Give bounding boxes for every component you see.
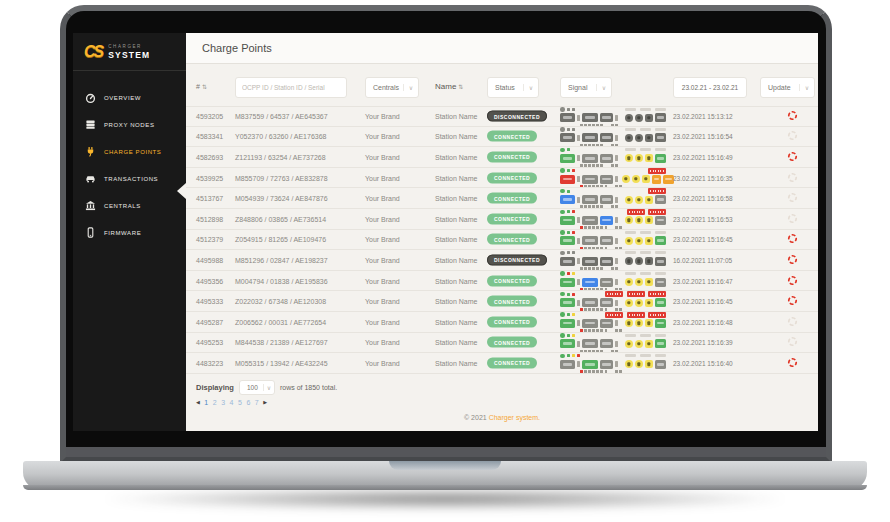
refresh-button[interactable] xyxy=(787,295,798,306)
update-dropdown[interactable]: Update ∨ xyxy=(760,77,815,98)
prev-page-icon[interactable]: ◀ xyxy=(196,400,200,405)
sidebar-item-centrals[interactable]: CENTRALS xyxy=(73,192,186,219)
refresh-button[interactable] xyxy=(787,254,798,265)
footer-brand-link[interactable]: Charger system. xyxy=(489,414,540,421)
cell-brand: Your Brand xyxy=(365,359,400,366)
sidebar-item-proxy-nodes[interactable]: PROXY NODES xyxy=(73,111,186,138)
cell-ocpp-id: M855709 / 72763 / AE832878 xyxy=(235,174,328,181)
cell-id: 4495287 xyxy=(196,318,223,325)
cell-id: 4483223 xyxy=(196,359,223,366)
sidebar-item-label: FIRMWARE xyxy=(104,230,141,236)
cell-last-update: 23.02.2021 15:16:48 xyxy=(673,318,733,325)
cell-station-name: Station Name xyxy=(435,318,477,325)
refresh-icon xyxy=(787,295,798,306)
sidebar-item-label: CENTRALS xyxy=(104,203,141,209)
signal-indicator xyxy=(560,209,666,229)
refresh-button[interactable] xyxy=(787,336,798,347)
cell-last-update: 23.02.2021 15:16:58 xyxy=(673,195,733,202)
status-badge: DISCONNECTED xyxy=(487,254,547,265)
cell-id: 4512379 xyxy=(196,236,223,243)
refresh-icon xyxy=(787,357,798,368)
cell-ocpp-id: M054939 / 73624 / AE847876 xyxy=(235,195,328,202)
signal-dropdown[interactable]: Signal ∨ xyxy=(560,77,612,98)
cell-station-name: Station Name xyxy=(435,277,477,284)
cell-id: 4495253 xyxy=(196,339,223,346)
status-badge: CONNECTED xyxy=(487,337,537,348)
refresh-button[interactable] xyxy=(787,233,798,244)
page-number[interactable]: 4 xyxy=(230,399,234,406)
refresh-button[interactable] xyxy=(787,192,798,203)
column-header-name[interactable]: Name⇅ xyxy=(435,82,463,91)
sidebar-item-charge-points[interactable]: CHARGE POINTS xyxy=(73,138,186,165)
search-input[interactable] xyxy=(235,77,347,98)
chevron-down-icon: ∨ xyxy=(799,84,814,91)
next-page-icon[interactable]: ▶ xyxy=(263,400,267,405)
refresh-button[interactable] xyxy=(787,213,798,224)
refresh-button[interactable] xyxy=(787,316,798,327)
page-size-select[interactable]: 100 ∨ xyxy=(239,380,275,395)
refresh-icon xyxy=(787,110,798,121)
sidebar-item-transactions[interactable]: TRANSACTIONS xyxy=(73,165,186,192)
page-number[interactable]: 7 xyxy=(255,399,259,406)
cell-id: 4539925 xyxy=(196,174,223,181)
chevron-down-icon: ∨ xyxy=(403,84,418,91)
table-row: 4495988 M851296 / 02847 / AE198237 Your … xyxy=(186,250,818,271)
cell-brand: Your Brand xyxy=(365,133,400,140)
cell-last-update: 23.02.2021 15:16:35 xyxy=(673,174,733,181)
page-number[interactable]: 3 xyxy=(221,399,225,406)
cell-ocpp-id: M055315 / 13942 / AE432245 xyxy=(235,359,328,366)
sidebar-nav: OVERVIEWPROXY NODESCHARGE POINTSTRANSACT… xyxy=(73,71,186,246)
column-header-id[interactable]: #⇅ xyxy=(196,83,207,90)
rows-total-label: rows of 1850 total. xyxy=(280,384,337,391)
sidebar-item-firmware[interactable]: FIRMWARE xyxy=(73,219,186,246)
cell-id: 4495988 xyxy=(196,256,223,263)
refresh-button[interactable] xyxy=(787,172,798,183)
laptop-mockup: CS CHARGER SYSTEM OVERVIEWPROXY NODESCHA… xyxy=(0,0,890,522)
cell-ocpp-id: M844538 / 21389 / AE127697 xyxy=(235,339,328,346)
refresh-button[interactable] xyxy=(787,130,798,141)
cell-brand: Your Brand xyxy=(365,113,400,120)
displaying-label: Displaying xyxy=(196,383,234,392)
cell-last-update: 23.02.2021 15:16:49 xyxy=(673,153,733,160)
refresh-icon xyxy=(787,316,798,327)
table-row: 4539925 M855709 / 72763 / AE832878 Your … xyxy=(186,168,818,189)
page-numbers: 1234567 xyxy=(204,399,258,406)
chevron-down-icon: ∨ xyxy=(263,384,274,391)
refresh-button[interactable] xyxy=(787,357,798,368)
gauge-icon xyxy=(85,92,96,104)
table-row: 4512379 Z054915 / 81265 / AE109476 Your … xyxy=(186,230,818,251)
page-number[interactable]: 1 xyxy=(204,399,208,406)
refresh-button[interactable] xyxy=(787,110,798,121)
cell-brand: Your Brand xyxy=(365,339,400,346)
page-size-control: Displaying 100 ∨ rows of 1850 total. xyxy=(196,380,337,395)
cell-id: 4495356 xyxy=(196,277,223,284)
app-window: CS CHARGER SYSTEM OVERVIEWPROXY NODESCHA… xyxy=(73,33,818,431)
signal-indicator xyxy=(560,332,666,352)
laptop-base-notch xyxy=(389,461,501,470)
centrals-dropdown[interactable]: Centrals ∨ xyxy=(365,77,419,98)
signal-indicator xyxy=(560,106,666,126)
laptop-base-lip xyxy=(23,485,867,490)
table-row: 4495287 Z006562 / 00031 / AE772654 Your … xyxy=(186,312,818,333)
refresh-icon xyxy=(787,275,798,286)
page-title: Charge Points xyxy=(202,42,272,54)
page-number[interactable]: 6 xyxy=(246,399,250,406)
date-range-field[interactable]: 23.02.21 - 23.02.21 xyxy=(673,77,747,98)
refresh-button[interactable] xyxy=(787,275,798,286)
sidebar-item-label: PROXY NODES xyxy=(104,122,155,128)
refresh-button[interactable] xyxy=(787,151,798,162)
table-row: 4513767 M054939 / 73624 / AE847876 Your … xyxy=(186,188,818,209)
status-badge: CONNECTED xyxy=(487,275,537,286)
sidebar-collapse-arrow[interactable] xyxy=(177,183,186,199)
cell-station-name: Station Name xyxy=(435,174,477,181)
status-dropdown[interactable]: Status ∨ xyxy=(487,77,539,98)
cell-ocpp-id: Y052370 / 63260 / AE176368 xyxy=(235,133,326,140)
chevron-down-icon: ∨ xyxy=(596,84,611,91)
app-logo[interactable]: CS CHARGER SYSTEM xyxy=(73,33,186,71)
status-badge: CONNECTED xyxy=(487,131,537,142)
sidebar-item-label: TRANSACTIONS xyxy=(104,176,158,182)
page-number[interactable]: 2 xyxy=(213,399,217,406)
refresh-icon xyxy=(787,233,798,244)
sidebar-item-overview[interactable]: OVERVIEW xyxy=(73,84,186,111)
page-number[interactable]: 5 xyxy=(238,399,242,406)
